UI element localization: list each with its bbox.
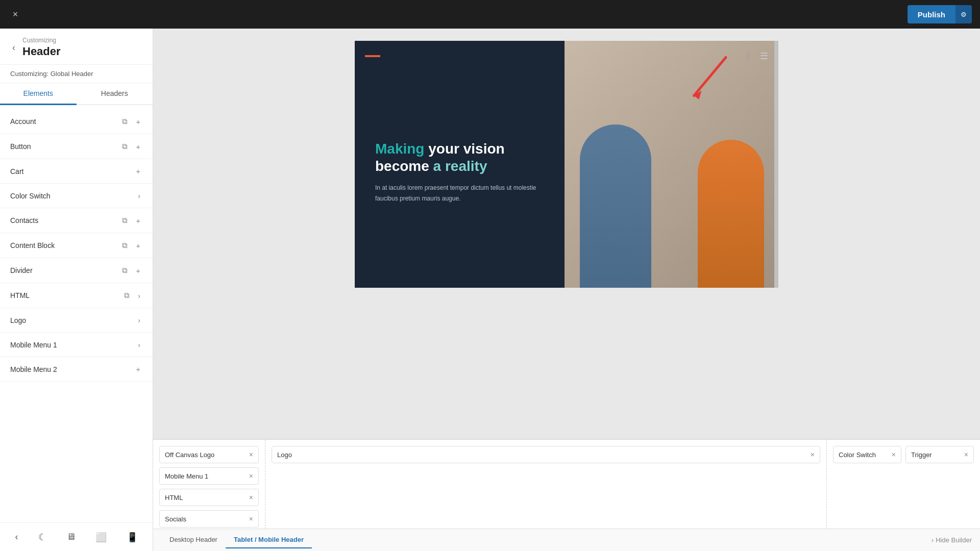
sidebar-item-html[interactable]: HTML ⧉ ›: [0, 283, 153, 308]
builder-item-logo-remove[interactable]: ×: [811, 450, 815, 459]
publish-settings-button[interactable]: ⚙: [955, 5, 972, 23]
sidebar-item-account-label: Account: [10, 117, 36, 126]
tab-tablet-mobile-header[interactable]: Tablet / Mobile Header: [226, 532, 312, 548]
builder-item-off-canvas-logo-label: Off Canvas Logo: [165, 451, 214, 459]
sidebar-item-mobile-menu-2[interactable]: Mobile Menu 2 +: [0, 357, 153, 382]
sidebar-customizing-label: Customizing: [22, 37, 61, 44]
preview-hero: Making your vision become a reality In a…: [355, 41, 774, 288]
sidebar-item-mobile-menu-2-actions: +: [134, 364, 142, 374]
preview-moon-icon: ☾: [746, 52, 753, 61]
sidebar-item-color-switch-actions: ›: [136, 190, 142, 201]
builder-item-socials-remove[interactable]: ×: [249, 515, 253, 523]
builder-item-color-switch-label: Color Switch: [839, 451, 876, 459]
mobile-menu-2-add-icon[interactable]: +: [134, 364, 142, 374]
preview-nav-right: ☾ ☰: [746, 51, 768, 62]
preview-hero-left: Making your vision become a reality In a…: [355, 41, 565, 288]
customizing-global-header-label: Customizing: Global Header: [0, 65, 153, 83]
sidebar-bottom-mobile-icon[interactable]: 📱: [122, 528, 142, 547]
content-block-add-icon[interactable]: +: [134, 240, 142, 251]
builder-item-html: HTML ×: [159, 489, 259, 506]
builder-item-off-canvas-logo-remove[interactable]: ×: [249, 450, 253, 459]
button-add-icon[interactable]: +: [134, 141, 142, 152]
sidebar-item-content-block[interactable]: Content Block ⧉ +: [0, 233, 153, 258]
account-copy-icon[interactable]: ⧉: [120, 116, 130, 127]
logo-chevron-icon[interactable]: ›: [136, 315, 142, 325]
builder-item-html-remove[interactable]: ×: [249, 493, 253, 502]
preview-heading-become: become: [375, 158, 429, 174]
sidebar-item-divider[interactable]: Divider ⧉ +: [0, 258, 153, 283]
html-copy-icon[interactable]: ⧉: [122, 290, 132, 301]
sidebar-item-account[interactable]: Account ⧉ +: [0, 109, 153, 134]
color-switch-chevron-icon[interactable]: ›: [136, 190, 142, 201]
sidebar-items-list: Account ⧉ + Button ⧉ + Cart +: [0, 105, 153, 522]
sidebar-title: Header: [22, 45, 61, 58]
builder-item-socials-label: Socials: [165, 515, 186, 523]
sidebar-item-html-actions: ⧉ ›: [122, 290, 142, 301]
contacts-add-icon[interactable]: +: [134, 215, 142, 226]
sidebar-title-area: Customizing Header: [22, 37, 61, 58]
sidebar-item-button-actions: ⧉ +: [120, 141, 142, 152]
sidebar: ‹ Customizing Header Customizing: Global…: [0, 29, 153, 551]
builder-item-mobile-menu-1-remove[interactable]: ×: [249, 472, 253, 480]
cart-add-icon[interactable]: +: [134, 166, 142, 177]
sidebar-item-button[interactable]: Button ⧉ +: [0, 134, 153, 159]
builder-item-mobile-menu-1: Mobile Menu 1 ×: [159, 467, 259, 485]
builder-zone-right-row: Color Switch × Trigger ×: [833, 446, 974, 463]
sidebar-item-cart[interactable]: Cart +: [0, 159, 153, 184]
preview-heading-making: Making: [375, 141, 424, 157]
top-bar-left: ×: [8, 7, 22, 21]
header-tab-group: Desktop Header Tablet / Mobile Header: [161, 532, 312, 548]
publish-area: Publish ⚙: [908, 5, 972, 23]
sidebar-item-mobile-menu-1-actions: ›: [136, 339, 142, 350]
builder-item-color-switch-remove[interactable]: ×: [892, 450, 896, 459]
tab-headers[interactable]: Headers: [77, 83, 153, 105]
top-bar: × Publish ⚙: [0, 0, 980, 29]
sidebar-item-logo-actions: ›: [136, 315, 142, 325]
builder-item-logo-label: Logo: [277, 451, 292, 459]
sidebar-item-contacts-actions: ⧉ +: [120, 215, 142, 226]
builder-item-color-switch: Color Switch ×: [833, 446, 901, 463]
header-tabs-row: Desktop Header Tablet / Mobile Header › …: [153, 529, 980, 551]
sidebar-bottom-toolbar: ‹ ☾ 🖥 ⬜ 📱: [0, 522, 153, 551]
sidebar-item-mobile-menu-1-label: Mobile Menu 1: [10, 341, 57, 349]
builder-item-socials: Socials ×: [159, 510, 259, 528]
preview-nav: ☾ ☰: [355, 41, 778, 71]
builder-item-trigger: Trigger ×: [905, 446, 974, 463]
close-button[interactable]: ×: [8, 7, 22, 21]
hide-builder-label: Hide Builder: [936, 536, 972, 544]
mobile-menu-1-chevron-icon[interactable]: ›: [136, 339, 142, 350]
tab-elements[interactable]: Elements: [0, 83, 77, 105]
publish-button[interactable]: Publish: [908, 5, 955, 23]
hide-builder-button[interactable]: › Hide Builder: [932, 536, 972, 544]
sidebar-item-color-switch[interactable]: Color Switch ›: [0, 184, 153, 208]
sidebar-item-logo[interactable]: Logo ›: [0, 308, 153, 333]
divider-copy-icon[interactable]: ⧉: [120, 265, 130, 276]
sidebar-item-account-actions: ⧉ +: [120, 116, 142, 127]
preview-heading-reality: a reality: [433, 158, 487, 174]
content-area: ☾ ☰ Making your vision become a reality …: [153, 29, 980, 551]
sidebar-item-html-label: HTML: [10, 291, 30, 299]
sidebar-bottom-moon-icon[interactable]: ☾: [34, 528, 51, 547]
contacts-copy-icon[interactable]: ⧉: [120, 215, 130, 226]
tab-desktop-header[interactable]: Desktop Header: [161, 532, 226, 548]
account-add-icon[interactable]: +: [134, 116, 142, 127]
sidebar-item-button-label: Button: [10, 142, 31, 151]
sidebar-bottom-back-icon[interactable]: ‹: [11, 528, 22, 546]
builder-item-trigger-remove[interactable]: ×: [964, 450, 968, 459]
html-chevron-icon[interactable]: ›: [136, 290, 142, 301]
builder-item-logo: Logo ×: [272, 446, 820, 463]
divider-add-icon[interactable]: +: [134, 265, 142, 276]
sidebar-item-contacts[interactable]: Contacts ⧉ +: [0, 208, 153, 233]
builder-item-off-canvas-logo: Off Canvas Logo ×: [159, 446, 259, 463]
header-builder: Off Canvas Logo × Mobile Menu 1 × HTML ×…: [153, 439, 980, 551]
preview-scrollbar[interactable]: [774, 41, 778, 288]
content-block-copy-icon[interactable]: ⧉: [120, 240, 130, 251]
button-copy-icon[interactable]: ⧉: [120, 141, 130, 152]
builder-zone-left: Off Canvas Logo × Mobile Menu 1 × HTML ×…: [153, 440, 265, 529]
sidebar-item-content-block-actions: ⧉ +: [120, 240, 142, 251]
sidebar-item-mobile-menu-1[interactable]: Mobile Menu 1 ›: [0, 333, 153, 357]
preview-person-left: [580, 124, 651, 288]
sidebar-back-button[interactable]: ‹: [10, 40, 17, 55]
sidebar-bottom-tablet-icon[interactable]: ⬜: [91, 528, 111, 547]
sidebar-bottom-desktop-icon[interactable]: 🖥: [62, 528, 80, 546]
